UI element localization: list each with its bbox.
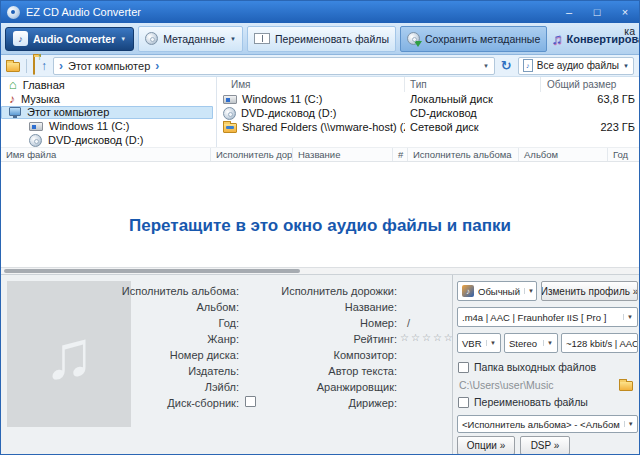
output-folder-label: Папка выходных файлов	[474, 361, 596, 373]
output-folder-checkbox[interactable]	[458, 362, 469, 373]
drive-row[interactable]: DVD-дисковод (D:) CD-дисковод	[217, 106, 639, 120]
profile-value: Обычный	[478, 286, 520, 297]
network-folder-icon	[223, 123, 237, 133]
compilation-label: Диск-сборник:	[1, 397, 239, 409]
tree-item-music[interactable]: ♪ Музыка	[1, 92, 216, 106]
up-arrow-icon: ↑	[37, 52, 42, 62]
computer-icon	[9, 107, 21, 116]
rename-files-label: Переименовать файлы	[474, 396, 588, 408]
column-size[interactable]: Общий размер	[541, 77, 639, 92]
drive-name: Shared Folders (\\vmware-host) (Z:)	[242, 121, 405, 133]
disc-icon	[29, 134, 42, 147]
tab-save-metadata[interactable]: Сохранить метаданные	[400, 26, 547, 52]
audio-converter-icon: ♪	[13, 31, 28, 46]
navigation-bar: ↑ ↑ › Этот компьютер › ▼ ↻ ♪ Все аудио ф…	[1, 55, 639, 77]
column-year[interactable]: Год	[608, 148, 639, 161]
separator	[26, 59, 27, 73]
file-filter-dropdown[interactable]: ♪ Все аудио файлы ▼	[518, 57, 634, 75]
folder-icon	[33, 56, 35, 75]
column-number[interactable]: #	[393, 148, 408, 161]
bitrate-dropdown[interactable]: ~128 kbit/s | AAC-LC | Q ▼	[561, 333, 638, 353]
composer-label: Композитор:	[249, 349, 397, 361]
home-icon: ⌂	[9, 78, 17, 91]
drive-list-header: Имя Тип Общий размер	[217, 77, 639, 92]
close-button[interactable]: ×	[611, 1, 639, 23]
column-album[interactable]: Альбом	[519, 148, 608, 161]
audio-converter-label: Audio Converter	[33, 33, 115, 45]
horizontal-scrollbar[interactable]	[1, 267, 639, 274]
folder-icon[interactable]	[6, 62, 20, 72]
tab-metadata[interactable]: Метаданные ▼	[138, 26, 243, 52]
refresh-icon[interactable]: ↻	[501, 59, 512, 72]
tree-item-label: Главная	[23, 79, 65, 91]
edit-profile-button[interactable]: Изменить профиль »	[541, 281, 638, 301]
tab-rename-files[interactable]: Переименовать файлы	[247, 26, 396, 52]
tree-item-label: Windows 11 (C:)	[49, 120, 129, 132]
tree-item-dvd-d[interactable]: DVD-дисковод (D:)	[1, 133, 216, 147]
publisher-label: Издатель:	[1, 365, 239, 377]
column-name[interactable]: Имя	[217, 77, 405, 92]
save-metadata-icon	[407, 32, 420, 45]
tree-item-this-pc[interactable]: Этот компьютер	[1, 106, 213, 120]
app-window: EZ CD Audio Converter – □ × ♪ Audio Conv…	[0, 0, 640, 455]
breadcrumb-location[interactable]: Этот компьютер	[68, 60, 150, 72]
year-label: Год:	[1, 317, 239, 329]
tab-save-label: Сохранить метаданные	[425, 33, 540, 45]
drive-row[interactable]: Shared Folders (\\vmware-host) (Z:) Сете…	[217, 120, 639, 134]
titlebar: EZ CD Audio Converter – □ ×	[1, 1, 639, 23]
chevron-icon: ›	[155, 60, 159, 72]
dropzone[interactable]: Перетащите в это окно аудио файлы и папк…	[1, 163, 639, 267]
track-number-separator: /	[407, 317, 410, 329]
app-icon	[7, 6, 20, 19]
music-notes-icon: ♫	[551, 31, 562, 46]
drive-icon	[223, 95, 237, 104]
rating-stars[interactable]: ☆☆☆☆☆	[400, 332, 455, 343]
breadcrumb[interactable]: › Этот компьютер › ▼	[53, 57, 495, 75]
caret-down-icon: ▼	[623, 63, 629, 69]
mode-value: VBR	[462, 338, 482, 349]
drive-type: Сетевой диск	[405, 121, 541, 133]
caret-down-icon: ▼	[623, 314, 633, 320]
window-title: EZ CD Audio Converter	[26, 6, 555, 18]
minimize-button[interactable]: –	[555, 1, 583, 23]
column-type[interactable]: Тип	[405, 77, 541, 92]
tree-item-label: DVD-дисковод (D:)	[48, 134, 143, 146]
column-filename[interactable]: Имя файла	[1, 148, 211, 161]
tree-item-home[interactable]: ⌂ Главная	[1, 78, 216, 92]
drive-icon	[29, 122, 43, 131]
genre-label: Жанр:	[1, 333, 239, 345]
audio-converter-menu-button[interactable]: ♪ Audio Converter ▼	[5, 27, 134, 51]
rename-files-checkbox[interactable]	[458, 397, 469, 408]
column-title[interactable]: Название	[293, 148, 393, 161]
caret-down-icon: ▼	[624, 421, 634, 427]
dsp-button[interactable]: DSP »	[520, 436, 570, 455]
tree-item-label: Музыка	[21, 93, 60, 105]
conductor-label: Дирижер:	[249, 397, 397, 409]
maximize-button[interactable]: □	[583, 1, 611, 23]
caret-down-icon[interactable]: ▼	[483, 63, 489, 69]
tree-item-windows-c[interactable]: Windows 11 (C:)	[1, 119, 216, 133]
disc-number-label: Номер диска:	[1, 349, 239, 361]
title-label: Название:	[249, 301, 397, 313]
bitrate-mode-dropdown[interactable]: VBR ▼	[457, 333, 501, 353]
label-label: Лэйбл:	[1, 381, 239, 393]
options-button[interactable]: Опции »	[457, 436, 515, 455]
browse-folder-button[interactable]	[619, 381, 633, 391]
format-dropdown[interactable]: .m4a | AAC | Fraunhofer IIS [ Pro ] ▼	[457, 307, 638, 327]
profile-dropdown[interactable]: ♪ Обычный ▼	[457, 281, 537, 301]
folder-up-icon[interactable]: ↑	[33, 57, 35, 75]
drive-list: Имя Тип Общий размер Windows 11 (C:) Лок…	[217, 77, 639, 147]
cd-metadata-icon	[145, 32, 158, 45]
clipped-text: ка	[624, 25, 635, 37]
channels-dropdown[interactable]: Stereo ▼	[504, 333, 558, 353]
tab-rename-label: Переименовать файлы	[275, 33, 389, 45]
bottom-panel: ♫ Исполнитель альбома: Альбом: Год: Жанр…	[1, 274, 639, 455]
channels-value: Stereo	[509, 338, 537, 349]
column-album-artist[interactable]: Исполнитель альбома	[408, 148, 519, 161]
drive-name: Windows 11 (C:)	[242, 93, 322, 105]
drive-row[interactable]: Windows 11 (C:) Локальный диск 63,8 ГБ	[217, 92, 639, 106]
scrollbar-thumb[interactable]	[4, 269, 300, 273]
rename-pattern-dropdown[interactable]: <Исполнитель альбома> - <Альбом ▼	[457, 415, 638, 433]
column-track-artist[interactable]: Исполнитель дорожки	[211, 148, 293, 161]
album-artist-label: Исполнитель альбома:	[1, 285, 239, 297]
